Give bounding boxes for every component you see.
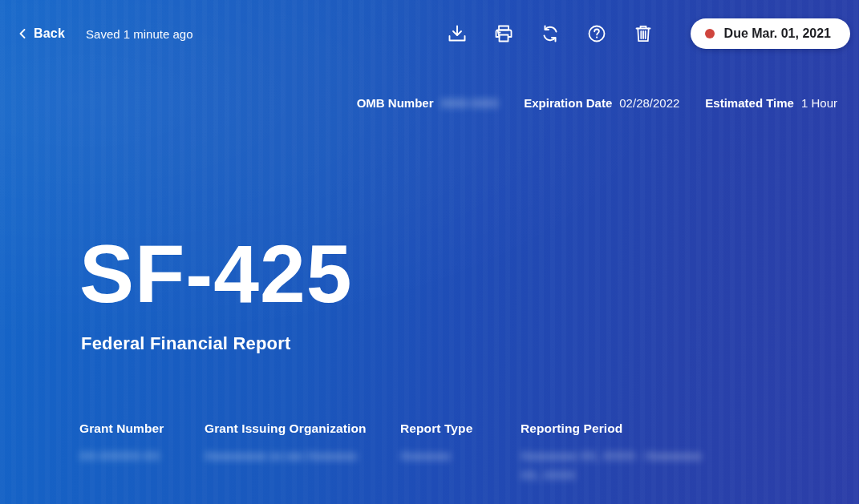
- report-type-column: Report Type Xxxxxxxx: [400, 421, 521, 485]
- print-icon: [493, 23, 514, 44]
- page-title: SF-425: [79, 231, 353, 317]
- back-button[interactable]: Back: [14, 23, 68, 44]
- grant-issuing-organization-column: Grant Issuing Organization Xxxxxxxxxx xx…: [205, 421, 400, 485]
- due-date-label: Due Mar. 01, 2021: [724, 26, 831, 41]
- expiration-date-label: Expiration Date: [524, 96, 612, 110]
- estimated-time-label: Estimated Time: [705, 96, 794, 110]
- reporting-period-column: Reporting Period Xxxxxxxxx XX, XXXX - Xx…: [521, 421, 721, 485]
- delete-button[interactable]: [626, 16, 661, 51]
- toolbar-right-group: Due Mar. 01, 2021: [434, 16, 850, 51]
- omb-number-value-redacted: 0000-0000: [441, 96, 499, 110]
- back-label: Back: [34, 26, 65, 41]
- reporting-period-value-redacted: Xxxxxxxxx XX, XXXX - Xxxxxxxxx XX, XXXX: [521, 446, 721, 485]
- form-subtitle: Federal Financial Report: [81, 333, 353, 354]
- grant-number-value-redacted: XX-XXXXX-XX: [79, 446, 205, 466]
- expiration-date-value: 02/28/2022: [619, 96, 679, 110]
- top-toolbar: Back Saved 1 minute ago: [0, 0, 859, 67]
- print-button[interactable]: [486, 16, 521, 51]
- help-button[interactable]: [579, 16, 614, 51]
- report-type-label: Report Type: [400, 421, 521, 436]
- expiration-date: Expiration Date 02/28/2022: [524, 96, 679, 110]
- chevron-left-icon: [18, 29, 27, 38]
- download-icon: [447, 23, 468, 44]
- grant-number-column: Grant Number XX-XXXXX-XX: [79, 421, 205, 485]
- grant-issuing-organization-label: Grant Issuing Organization: [205, 421, 400, 436]
- trash-icon: [633, 23, 654, 44]
- sync-icon: [540, 23, 561, 44]
- omb-number-label: OMB Number: [357, 96, 434, 110]
- omb-number: OMB Number 0000-0000: [357, 96, 499, 110]
- estimated-time-value: 1 Hour: [801, 96, 837, 110]
- due-status-dot-icon: [705, 29, 715, 38]
- reporting-period-label: Reporting Period: [521, 421, 721, 436]
- grant-issuing-organization-value-redacted: Xxxxxxxxxx xx xxx Xxxxxxxx: [205, 446, 400, 466]
- toolbar-left-group: Back Saved 1 minute ago: [14, 23, 193, 44]
- help-icon: [586, 23, 607, 44]
- form-meta-row: OMB Number 0000-0000 Expiration Date 02/…: [0, 96, 859, 110]
- grant-number-label: Grant Number: [79, 421, 205, 436]
- report-type-value-redacted: Xxxxxxxx: [400, 446, 521, 466]
- form-title-block: SF-425 Federal Financial Report: [79, 231, 353, 354]
- grant-details-row: Grant Number XX-XXXXX-XX Grant Issuing O…: [79, 421, 721, 485]
- sync-button[interactable]: [533, 16, 568, 51]
- download-button[interactable]: [440, 16, 475, 51]
- estimated-time: Estimated Time 1 Hour: [705, 96, 837, 110]
- due-date-badge[interactable]: Due Mar. 01, 2021: [691, 18, 850, 49]
- saved-status: Saved 1 minute ago: [86, 27, 192, 41]
